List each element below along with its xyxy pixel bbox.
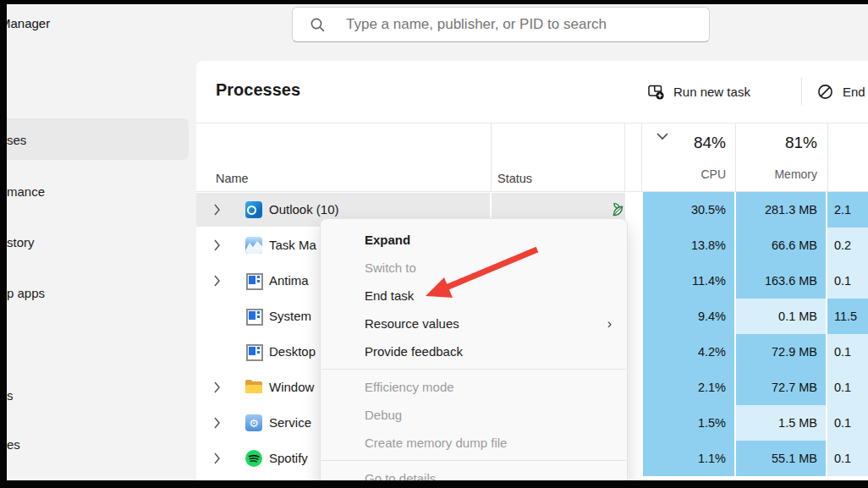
table-header: Name Status 84% CPU 81% Memory xyxy=(196,123,868,192)
expand-chevron-icon[interactable] xyxy=(213,274,221,291)
window-title: Manager xyxy=(0,16,50,30)
outlook-icon xyxy=(245,201,262,218)
process-name: Window xyxy=(269,370,314,405)
sidebar-item[interactable]: es xyxy=(7,437,20,452)
dsk-cell: 0.2 xyxy=(827,228,868,263)
process-name: Service xyxy=(269,405,311,441)
sidebar-item[interactable]: s xyxy=(7,388,14,403)
sidebar-selected-pill xyxy=(0,118,189,160)
run-new-task-icon xyxy=(647,83,665,101)
cpu-cell: 1.5% xyxy=(643,405,734,441)
run-new-task-button[interactable]: Run new task xyxy=(647,76,750,107)
column-divider xyxy=(827,123,828,191)
task-manager-window: Manager Type a name, publisher, or PID t… xyxy=(0,0,868,488)
search-icon xyxy=(310,17,326,33)
mem-cell: 66.6 MB xyxy=(736,228,826,263)
dsk-cell: 2.1 xyxy=(827,192,868,228)
cpu-cell: 9.4% xyxy=(643,299,734,334)
memory-column-label[interactable]: Memory xyxy=(736,167,817,181)
expand-chevron-icon[interactable] xyxy=(213,381,221,398)
column-divider xyxy=(491,123,492,191)
dsk-cell: 0.1 xyxy=(827,370,868,405)
dsk-cell: 0.1 xyxy=(827,334,868,370)
sidebar-item[interactable]: ses xyxy=(7,133,26,147)
cpu-total-percent[interactable]: 84% xyxy=(643,134,726,152)
app-window-icon xyxy=(246,344,263,361)
search-input[interactable]: Type a name, publisher, or PID to search xyxy=(292,7,710,42)
cpu-cell: 4.2% xyxy=(643,334,734,370)
sidebar-item[interactable]: mance xyxy=(7,184,45,199)
menu-separator xyxy=(321,460,626,461)
menu-item-provide-feedback[interactable]: Provide feedback xyxy=(321,337,627,365)
expand-chevron-icon[interactable] xyxy=(213,452,221,469)
mem-cell: 281.3 MB xyxy=(736,192,826,228)
cpu-cell: 30.5% xyxy=(643,192,734,228)
screenshot-crop-edge xyxy=(0,0,7,488)
menu-item-create-memory-dump-file: Create memory dump file xyxy=(321,429,627,457)
mem-cell: 0.1 MB xyxy=(736,299,826,334)
name-column-header[interactable]: Name xyxy=(216,172,249,185)
screenshot-crop-edge xyxy=(0,0,868,4)
page-title: Processes xyxy=(216,80,300,100)
end-task-label: End task xyxy=(843,85,868,99)
column-divider xyxy=(641,123,642,191)
cpu-column-label[interactable]: CPU xyxy=(643,167,726,181)
end-task-button[interactable]: End task xyxy=(816,76,868,107)
menu-item-efficiency-mode: Efficiency mode xyxy=(321,373,627,401)
cpu-cell: 13.8% xyxy=(643,228,734,263)
red-arrow-annotation xyxy=(419,239,546,309)
expand-chevron-icon[interactable] xyxy=(213,239,221,255)
run-new-task-label: Run new task xyxy=(673,85,750,99)
spotify-icon xyxy=(245,450,262,467)
sidebar-item[interactable]: story xyxy=(7,235,35,249)
app-window-icon xyxy=(246,273,263,290)
dsk-cell: 0.1 xyxy=(827,263,868,299)
expand-chevron-icon[interactable] xyxy=(213,416,221,433)
process-name: Antima xyxy=(269,263,309,299)
cpu-cell: 2.1% xyxy=(643,370,734,405)
dsk-cell: 11.5 xyxy=(827,299,868,334)
app-window-icon xyxy=(246,309,263,326)
mem-cell: 163.6 MB xyxy=(736,263,826,299)
expand-chevron-icon[interactable] xyxy=(213,203,221,220)
menu-separator xyxy=(321,369,626,370)
column-divider xyxy=(624,123,625,191)
menu-item-debug: Debug xyxy=(321,401,627,429)
folder-icon xyxy=(245,379,262,396)
dsk-cell: 0.1 xyxy=(827,405,868,441)
mem-cell: 1.5 MB xyxy=(736,405,826,441)
sidebar-item[interactable]: p apps xyxy=(7,286,45,300)
mem-cell: 55.1 MB xyxy=(736,441,826,476)
search-placeholder: Type a name, publisher, or PID to search xyxy=(346,16,607,33)
cpu-cell: 1.1% xyxy=(643,441,734,476)
memory-total-percent[interactable]: 81% xyxy=(736,134,817,152)
gear-icon: ⚙ xyxy=(245,414,262,431)
process-name: Task Ma xyxy=(269,228,316,263)
cpu-cell: 11.4% xyxy=(643,263,734,299)
mem-cell: 72.7 MB xyxy=(736,370,826,405)
task-manager-icon xyxy=(245,237,262,254)
process-name: Spotify xyxy=(269,441,308,476)
toolbar-divider xyxy=(801,78,802,105)
dsk-cell: 0.1 xyxy=(827,441,868,476)
status-column-header[interactable]: Status xyxy=(497,172,532,185)
submenu-chevron-icon: › xyxy=(607,310,612,337)
menu-item-resource-values[interactable]: Resource values› xyxy=(321,310,627,337)
end-task-icon xyxy=(816,83,834,101)
process-name: System xyxy=(269,299,311,334)
process-name: Desktop xyxy=(269,334,316,370)
mem-cell: 72.9 MB xyxy=(736,334,826,370)
screenshot-crop-edge xyxy=(0,480,868,488)
